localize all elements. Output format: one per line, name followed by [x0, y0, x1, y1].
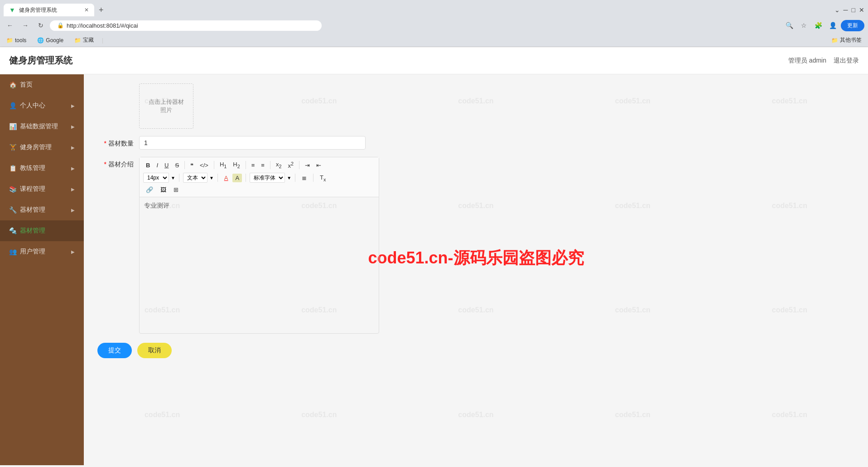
minimize-button[interactable]: ─: [844, 6, 848, 14]
font-family-select[interactable]: 标准字体: [250, 173, 285, 183]
bookmarks-separator: |: [102, 37, 103, 44]
person-icon: 👤: [9, 102, 16, 109]
course-icon: 📚: [9, 185, 16, 193]
google-icon: 🌐: [37, 37, 44, 44]
tab-overflow-controls: ⌄ ─ □ ✕: [834, 6, 864, 14]
address-bar[interactable]: 🔒 http://localhost:8081/#/qicai: [50, 20, 322, 31]
superscript-button[interactable]: x2: [285, 160, 296, 170]
coach-icon: 📋: [9, 165, 16, 172]
clear-format-button[interactable]: Tx: [317, 173, 328, 183]
restore-button[interactable]: □: [852, 6, 855, 14]
user-profile-icon[interactable]: 👤: [826, 19, 839, 32]
cancel-button[interactable]: 取消: [137, 343, 172, 358]
editor-toolbar: B I U S ❝ </> H1 H2 ≡: [140, 157, 379, 197]
arrow-icon-2: ▶: [71, 124, 75, 129]
quantity-input[interactable]: [139, 136, 366, 150]
tools-icon: 📁: [6, 37, 13, 44]
sidebar: 🏠 首页 👤 个人中心 ▶ 📊 基础数据管理 ▶ 🏋 健身房管理 ▶ 📋 教练管…: [0, 74, 84, 465]
outdent-button[interactable]: ⇤: [313, 161, 324, 170]
link-button[interactable]: 🔗: [143, 185, 156, 194]
ol-button[interactable]: ≡: [258, 161, 267, 170]
sidebar-item-coach[interactable]: 📋 教练管理 ▶: [0, 158, 84, 179]
arrow-icon-4: ▶: [71, 166, 75, 171]
align-center-button[interactable]: ≣: [299, 174, 309, 182]
intro-row: 器材介绍 B I U S ❝ </>: [97, 157, 854, 334]
sidebar-item-personal[interactable]: 👤 个人中心 ▶: [0, 95, 84, 116]
quantity-row: 器材数量: [97, 136, 854, 150]
sidebar-item-user[interactable]: 👥 用户管理 ▶: [0, 241, 84, 262]
indent-button[interactable]: ⇥: [302, 161, 313, 170]
tab-list-icon[interactable]: ⌄: [834, 6, 840, 14]
sidebar-item-gym[interactable]: 🏋 健身房管理 ▶: [0, 137, 84, 158]
zoom-icon[interactable]: 🔍: [783, 19, 796, 32]
sidebar-item-course[interactable]: 📚 课程管理 ▶: [0, 179, 84, 199]
quote-button[interactable]: ❝: [188, 161, 196, 170]
folder-icon: 📁: [831, 37, 838, 44]
forward-button[interactable]: →: [19, 19, 32, 32]
sidebar-item-qicai[interactable]: 🔩 器材管理: [0, 220, 84, 241]
upload-label: [97, 83, 134, 94]
sidebar-item-equipment[interactable]: 🔧 器材管理 ▶: [0, 199, 84, 220]
window-close-button[interactable]: ✕: [859, 6, 864, 14]
security-icon: 🔒: [57, 22, 64, 29]
browser-toolbar-right: 🔍 ☆ 🧩 👤 更新: [783, 19, 864, 32]
bookmarks-bar: 📁 tools 🌐 Google 📁 宝藏 | 📁 其他书签: [0, 34, 868, 47]
image-icon: 🖼: [160, 186, 166, 193]
font-size-select[interactable]: 14px: [143, 173, 169, 183]
bookmark-this-icon[interactable]: ☆: [797, 19, 810, 32]
toolbar-separator-5: [299, 161, 299, 169]
tab-close-button[interactable]: ✕: [84, 7, 89, 13]
new-tab-button[interactable]: +: [96, 5, 106, 15]
active-tab[interactable]: ▼ 健身房管理系统 ✕: [4, 4, 94, 16]
submit-button[interactable]: 提交: [97, 343, 132, 358]
upload-button[interactable]: 点击上传器材照片: [139, 83, 193, 129]
toolbar-separator-3: [246, 161, 246, 169]
italic-button[interactable]: I: [154, 161, 161, 170]
arrow-icon: ▶: [71, 103, 75, 108]
reload-button[interactable]: ↻: [34, 19, 47, 32]
underline-button[interactable]: U: [162, 161, 171, 170]
upload-row: 点击上传器材照片: [97, 83, 854, 129]
toolbar-separator-1: [184, 161, 185, 169]
code-button[interactable]: </>: [197, 161, 211, 170]
strikethrough-button[interactable]: S: [172, 161, 182, 170]
text-type-select[interactable]: 文本: [183, 173, 207, 183]
equipment-icon: 🔧: [9, 206, 16, 214]
update-button[interactable]: 更新: [841, 20, 864, 31]
toolbar-separator-7: [217, 174, 218, 182]
gym-icon: 🏋: [9, 144, 16, 151]
toolbar-row-2: 14px ▼ 文本 ▼ A: [143, 173, 375, 183]
url-text: http://localhost:8081/#/qicai: [67, 22, 138, 29]
size-arrow: ▼: [171, 175, 175, 180]
font-color-button[interactable]: A: [222, 174, 231, 182]
main-content: code51.cn code51.cn code51.cn code51.cn …: [84, 74, 868, 465]
h2-button[interactable]: H2: [230, 160, 242, 170]
other-bookmarks[interactable]: 📁 其他书签: [829, 35, 864, 45]
tab-favicon: ▼: [9, 6, 15, 14]
toolbar-separator-9: [295, 174, 295, 182]
app-header: 健身房管理系统 管理员 admin 退出登录: [0, 47, 868, 74]
quantity-label: 器材数量: [97, 136, 134, 148]
bookmark-tools[interactable]: 📁 tools: [4, 36, 29, 44]
bold-button[interactable]: B: [143, 161, 153, 170]
subscript-button[interactable]: x2: [273, 160, 285, 170]
bg-color-button[interactable]: A: [232, 174, 242, 182]
app-title: 健身房管理系统: [9, 54, 72, 67]
qicai-icon: 🔩: [9, 227, 16, 234]
logout-button[interactable]: 退出登录: [834, 57, 859, 65]
image-button[interactable]: 🖼: [158, 185, 169, 194]
editor-body[interactable]: 专业测评: [140, 197, 379, 333]
back-button[interactable]: ←: [4, 19, 16, 32]
h1-button[interactable]: H1: [217, 160, 229, 170]
sidebar-item-basic-data[interactable]: 📊 基础数据管理 ▶: [0, 116, 84, 137]
sidebar-item-home[interactable]: 🏠 首页: [0, 74, 84, 95]
bookmark-google[interactable]: 🌐 Google: [34, 36, 66, 44]
treasure-icon: 📁: [74, 37, 81, 44]
arrow-icon-7: ▶: [71, 249, 75, 254]
ul-button[interactable]: ≡: [249, 161, 258, 170]
toolbar-separator-2: [214, 161, 214, 169]
bookmark-treasure[interactable]: 📁 宝藏: [72, 35, 96, 45]
rich-editor[interactable]: B I U S ❝ </> H1 H2 ≡: [139, 157, 379, 334]
table-button[interactable]: ⊞: [171, 185, 181, 194]
extension-icon[interactable]: 🧩: [812, 19, 825, 32]
